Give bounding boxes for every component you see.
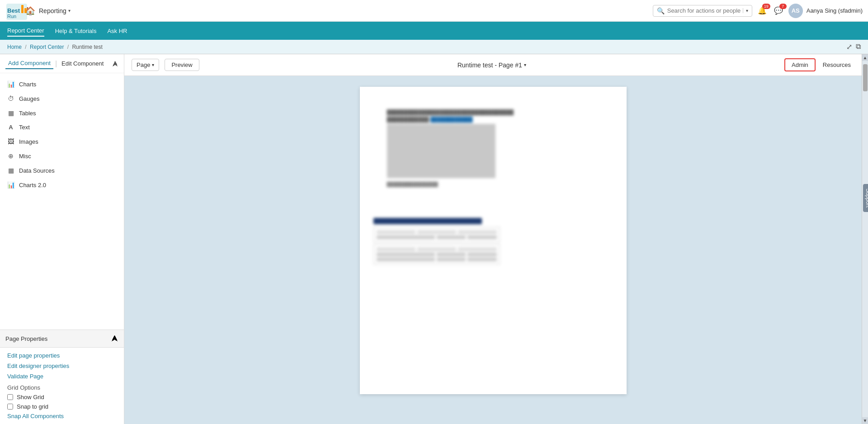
page-properties-header[interactable]: Page Properties ⮝ <box>0 330 124 348</box>
show-grid-label[interactable]: Show Grid <box>17 394 44 400</box>
avatar[interactable]: AS <box>788 4 803 18</box>
grid-options-title: Grid Options <box>7 384 117 391</box>
sidebar-item-misc-label: Misc <box>19 153 31 160</box>
canvas-component-2[interactable] <box>373 218 500 264</box>
toolbar-header: Add Component | Edit Component ⮝ <box>0 54 124 73</box>
sidebar-item-tables[interactable]: ▦ Tables <box>0 106 124 120</box>
sidebar-item-charts2-label: Charts 2.0 <box>19 182 46 188</box>
nav-item-help-tutorials[interactable]: Help & Tutorials <box>55 26 97 36</box>
charts-icon: 📊 <box>7 80 14 88</box>
nav-item-ask-hr[interactable]: Ask HR <box>107 26 127 36</box>
page-properties-collapse-icon: ⮝ <box>111 334 118 343</box>
edit-component-button[interactable]: Edit Component <box>59 58 106 69</box>
scroll-down-arrow[interactable]: ▼ <box>862 417 868 424</box>
component1-content: ████████████████████████████████████ ███… <box>387 109 523 187</box>
sidebar-item-text[interactable]: A Text <box>0 120 124 134</box>
page-properties-section: Page Properties ⮝ Edit page properties E… <box>0 330 124 424</box>
messages-count-badge: 7 <box>779 4 787 9</box>
validate-page-link[interactable]: Validate Page <box>7 373 117 380</box>
reporting-label: Reporting <box>39 7 66 14</box>
page-properties-title: Page Properties <box>5 335 111 342</box>
add-component-button[interactable]: Add Component <box>5 58 53 69</box>
search-bar[interactable]: 🔍 ▾ <box>653 5 752 17</box>
right-scrollbar[interactable]: ▲ ▼ <box>862 54 868 424</box>
left-sidebar: Add Component | Edit Component ⮝ 📊 Chart… <box>0 54 124 424</box>
sidebar-item-charts[interactable]: 📊 Charts <box>0 77 124 91</box>
page-button-chevron-icon: ▾ <box>152 62 154 67</box>
sidebar-menu: 📊 Charts ⏱ Gauges ▦ Tables A Text 🖼 Imag… <box>0 73 124 330</box>
home-icon[interactable]: 🏠 <box>24 4 37 18</box>
scroll-up-arrow[interactable]: ▲ <box>862 54 868 61</box>
sidebar-item-charts-label: Charts <box>19 81 36 88</box>
sidebar-item-data-sources-label: Data Sources <box>19 167 55 174</box>
collapse-icon[interactable]: ⮝ <box>112 60 118 67</box>
svg-text:Best: Best <box>7 7 20 14</box>
charts2-icon: 📊 <box>7 181 14 188</box>
sidebar-item-gauges[interactable]: ⏱ Gauges <box>0 91 124 106</box>
sidebar-item-gauges-label: Gauges <box>19 95 40 102</box>
page-title-center[interactable]: Runtime test - Page #1 ▾ <box>199 61 784 69</box>
reporting-nav[interactable]: Reporting ▾ <box>39 7 71 14</box>
search-dropdown-icon[interactable]: ▾ <box>743 8 748 13</box>
main-area: Add Component | Edit Component ⮝ 📊 Chart… <box>0 54 868 424</box>
show-grid-checkbox[interactable] <box>7 394 13 400</box>
admin-button[interactable]: Admin <box>784 58 816 71</box>
support-tab[interactable]: Support <box>863 184 868 212</box>
page-button[interactable]: Page ▾ <box>132 59 159 71</box>
page-title-text: Runtime test - Page #1 <box>458 61 522 69</box>
page-canvas: ████████████████████████████████████ ███… <box>360 87 627 394</box>
reporting-chevron-icon: ▾ <box>68 8 71 13</box>
snap-to-grid-checkbox[interactable] <box>7 404 13 410</box>
edit-designer-properties-link[interactable]: Edit designer properties <box>7 363 117 369</box>
page-button-label: Page <box>137 61 150 68</box>
sidebar-item-charts2[interactable]: 📊 Charts 2.0 <box>0 178 124 192</box>
tables-icon: ▦ <box>7 109 14 117</box>
top-nav-right: 🔍 ▾ 🔔 19 💬 7 AS Aanya Sing (sfadmin) <box>653 4 863 18</box>
search-input[interactable] <box>667 7 743 14</box>
notifications-bell[interactable]: 🔔 19 <box>756 5 769 17</box>
expand-icon[interactable]: ⤢ <box>846 42 852 51</box>
page-properties-content: Edit page properties Edit designer prope… <box>0 348 124 424</box>
canvas-component-1[interactable]: ████████████████████████████████████ ███… <box>387 109 523 187</box>
component2-content <box>373 218 500 264</box>
popout-icon[interactable]: ⧉ <box>856 42 861 51</box>
sidebar-item-images-label: Images <box>19 138 38 145</box>
breadcrumb-current: Runtime test <box>72 44 102 50</box>
misc-icon: ⊕ <box>7 152 14 160</box>
sidebar-item-tables-label: Tables <box>19 110 36 117</box>
canvas-content[interactable]: ████████████████████████████████████ ███… <box>124 76 862 424</box>
sidebar-item-misc[interactable]: ⊕ Misc <box>0 149 124 163</box>
show-grid-row: Show Grid <box>7 394 117 400</box>
canvas-area: Page ▾ Preview Runtime test - Page #1 ▾ … <box>124 54 862 424</box>
gauges-icon: ⏱ <box>7 95 14 102</box>
notifications-count-badge: 19 <box>762 4 770 9</box>
logo[interactable]: Best Run <box>5 3 24 19</box>
user-name[interactable]: Aanya Sing (sfadmin) <box>807 7 863 14</box>
snap-to-grid-label[interactable]: Snap to grid <box>17 403 48 410</box>
snap-all-components-link[interactable]: Snap All Components <box>7 413 117 419</box>
breadcrumb-report-center[interactable]: Report Center <box>30 44 64 50</box>
images-icon: 🖼 <box>7 138 14 145</box>
breadcrumb-bar: Home / Report Center / Runtime test ⤢ ⧉ <box>0 40 868 54</box>
page-toolbar: Page ▾ Preview Runtime test - Page #1 ▾ … <box>124 54 862 76</box>
avatar-initials: AS <box>792 7 800 14</box>
edit-page-properties-link[interactable]: Edit page properties <box>7 352 117 359</box>
nav-item-report-center[interactable]: Report Center <box>7 25 44 37</box>
breadcrumb-home[interactable]: Home <box>7 44 22 50</box>
messages-bell[interactable]: 💬 7 <box>772 5 785 17</box>
data-sources-icon: ▦ <box>7 167 14 174</box>
resources-button[interactable]: Resources <box>819 59 854 71</box>
scroll-thumb[interactable] <box>863 64 868 91</box>
support-tab-label: Support <box>865 188 868 207</box>
preview-button[interactable]: Preview <box>165 59 199 71</box>
snap-to-grid-row: Snap to grid <box>7 403 117 410</box>
sidebar-item-data-sources[interactable]: ▦ Data Sources <box>0 163 124 178</box>
breadcrumb: Home / Report Center / Runtime test <box>7 44 103 50</box>
breadcrumb-icons: ⤢ ⧉ <box>846 42 861 51</box>
top-navigation: Best Run 🏠 Reporting ▾ 🔍 ▾ 🔔 19 💬 7 AS A… <box>0 0 868 22</box>
sidebar-item-images[interactable]: 🖼 Images <box>0 134 124 149</box>
sidebar-item-text-label: Text <box>19 124 30 131</box>
text-icon: A <box>7 124 14 131</box>
svg-text:Run: Run <box>7 14 16 19</box>
search-icon: 🔍 <box>657 7 665 14</box>
